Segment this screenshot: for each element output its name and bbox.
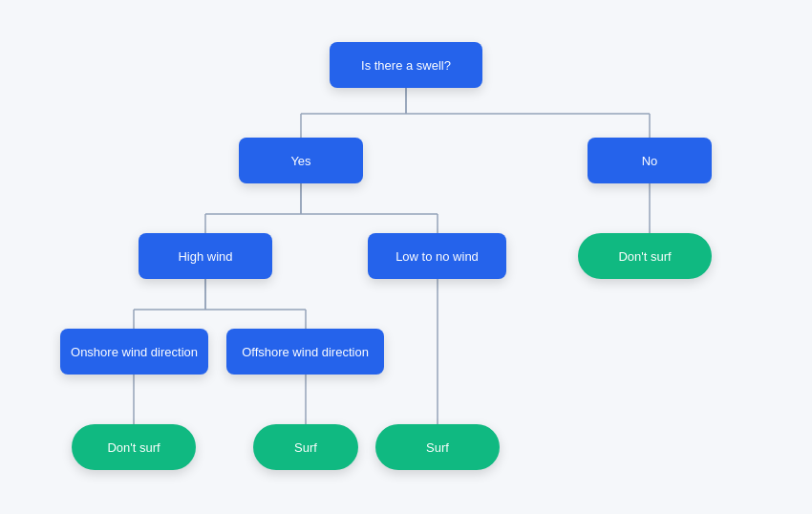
yes-node: Yes	[239, 138, 363, 183]
surf-center-node: Surf	[375, 424, 500, 470]
low-wind-node: Low to no wind	[368, 233, 506, 279]
onshore-node: Onshore wind direction	[60, 329, 208, 375]
offshore-node: Offshore wind direction	[226, 329, 384, 375]
flowchart-diagram: Is there a swell? Yes No High wind Low t…	[14, 13, 798, 501]
dont-surf-right-node: Don't surf	[578, 233, 712, 279]
no-node: No	[588, 138, 712, 183]
swell-node: Is there a swell?	[330, 42, 482, 88]
high-wind-node: High wind	[139, 233, 272, 279]
surf-right-node: Surf	[253, 424, 358, 470]
dont-surf-left-node: Don't surf	[72, 424, 196, 470]
